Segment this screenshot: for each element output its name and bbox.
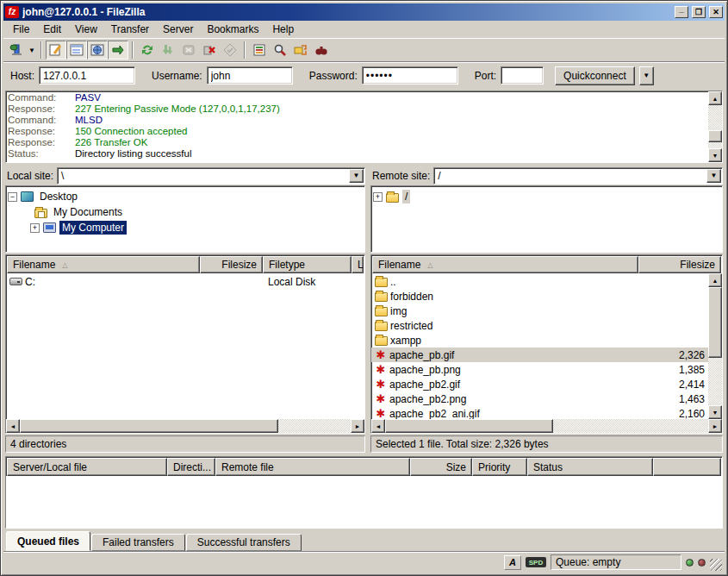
maximize-icon[interactable]: [692, 6, 706, 18]
remote-site-combo[interactable]: /: [433, 167, 723, 185]
remote-file-list: Filename Filesize .. forbidden: [370, 254, 723, 434]
local-column-filetype[interactable]: Filetype: [263, 256, 352, 273]
tab-queued-files[interactable]: Queued files: [6, 531, 90, 551]
disconnect-icon[interactable]: [199, 41, 220, 59]
local-column-last-modified[interactable]: L: [352, 256, 364, 273]
process-queue-icon[interactable]: [158, 41, 178, 59]
password-label: Password:: [309, 70, 358, 82]
queue-column-size[interactable]: Size: [410, 458, 472, 476]
toggle-remote-tree-icon[interactable]: [87, 41, 108, 59]
password-input[interactable]: [362, 66, 458, 85]
cancel-operation-icon[interactable]: [178, 41, 199, 59]
tree-item-root[interactable]: /: [373, 189, 720, 204]
status-bar: A SPD Queue: empty: [3, 551, 725, 573]
remote-file-row[interactable]: ..: [371, 274, 708, 289]
local-site-combo[interactable]: \: [57, 167, 365, 185]
queue-column-direction[interactable]: Directi...: [167, 458, 215, 476]
local-horizontal-scrollbar[interactable]: [6, 419, 364, 433]
expand-icon[interactable]: [30, 223, 40, 233]
scroll-down-icon[interactable]: [708, 405, 722, 419]
local-file-row[interactable]: C: Local Disk: [6, 274, 364, 289]
remote-file-row[interactable]: xampp: [371, 333, 708, 347]
menu-server[interactable]: Server: [156, 22, 200, 37]
my-computer-icon: [43, 222, 56, 233]
minimize-icon[interactable]: [675, 6, 688, 18]
remote-file-row[interactable]: restricted: [371, 318, 708, 333]
menu-help[interactable]: Help: [265, 22, 301, 37]
remote-file-row[interactable]: forbidden: [371, 289, 708, 304]
expand-icon[interactable]: [373, 192, 383, 202]
scrollbar-thumb[interactable]: [708, 130, 722, 142]
file-search-icon[interactable]: [270, 41, 290, 59]
filter-icon[interactable]: [249, 41, 270, 59]
scroll-down-icon[interactable]: [708, 148, 722, 162]
remote-tree: /: [370, 185, 723, 253]
scroll-left-icon[interactable]: [6, 419, 20, 433]
username-input[interactable]: [207, 66, 293, 85]
transfer-type-icon[interactable]: A: [504, 555, 521, 570]
window-title: john@127.0.0.1 - FileZilla: [22, 6, 671, 18]
scroll-up-icon[interactable]: [708, 273, 722, 287]
quickconnect-button[interactable]: Quickconnect: [555, 66, 635, 85]
queue-column-remote-file[interactable]: Remote file: [215, 458, 410, 476]
toggle-message-log-icon[interactable]: [46, 41, 66, 59]
close-icon[interactable]: [709, 6, 723, 18]
speed-limit-icon[interactable]: SPD: [526, 557, 546, 567]
log-vertical-scrollbar[interactable]: [708, 91, 722, 162]
image-file-icon: [375, 408, 387, 419]
scroll-right-icon[interactable]: [351, 419, 364, 433]
queue-body[interactable]: [6, 476, 722, 528]
queue-tabs: Queued files Failed transfers Successful…: [3, 530, 725, 551]
queue-column-server-local-file[interactable]: Server/Local file: [7, 458, 167, 476]
local-column-filename[interactable]: Filename: [7, 256, 200, 273]
synchronized-browsing-icon[interactable]: [311, 41, 332, 59]
toggle-transfer-queue-icon[interactable]: [108, 41, 128, 59]
main-panes: Local site: \ Desktop My Documents: [5, 166, 723, 453]
quickconnect-dropdown-icon[interactable]: [639, 66, 654, 85]
remote-file-row[interactable]: apache_pb2_ani.gif 2,160: [371, 406, 708, 419]
username-label: Username:: [152, 70, 202, 82]
remote-vertical-scrollbar[interactable]: [708, 273, 722, 419]
abort-icon[interactable]: [220, 41, 240, 59]
host-input[interactable]: [39, 66, 135, 85]
local-column-filesize[interactable]: Filesize: [200, 256, 263, 273]
title-bar[interactable]: john@127.0.0.1 - FileZilla: [3, 3, 725, 21]
chevron-down-icon[interactable]: [349, 169, 364, 183]
chevron-down-icon[interactable]: [706, 169, 721, 183]
menu-bookmarks[interactable]: Bookmarks: [200, 22, 265, 37]
remote-file-row[interactable]: apache_pb2.png 1,463: [371, 391, 708, 406]
port-input[interactable]: [501, 66, 544, 85]
menu-edit[interactable]: Edit: [36, 22, 68, 37]
remote-file-row[interactable]: apache_pb2.gif 2,414: [371, 377, 708, 391]
tab-successful-transfers[interactable]: Successful transfers: [186, 534, 302, 551]
queue-column-priority[interactable]: Priority: [472, 458, 527, 476]
site-manager-dropdown-icon[interactable]: [27, 41, 37, 59]
remote-horizontal-scrollbar[interactable]: [371, 419, 722, 433]
scrollbar-thumb[interactable]: [708, 287, 722, 358]
scrollbar-thumb[interactable]: [20, 419, 278, 433]
menu-file[interactable]: File: [6, 22, 36, 37]
menu-transfer[interactable]: Transfer: [104, 22, 156, 37]
scroll-right-icon[interactable]: [708, 419, 722, 433]
tab-failed-transfers[interactable]: Failed transfers: [91, 534, 185, 551]
scrollbar-thumb[interactable]: [385, 419, 553, 433]
remote-file-row[interactable]: apache_pb.png 1,385: [371, 362, 708, 377]
remote-file-row[interactable]: img: [371, 304, 708, 318]
site-manager-icon[interactable]: [6, 41, 27, 59]
collapse-icon[interactable]: [8, 192, 17, 202]
resize-grip[interactable]: [710, 559, 722, 571]
toggle-local-tree-icon[interactable]: [66, 41, 87, 59]
refresh-icon[interactable]: [137, 41, 158, 59]
remote-column-filename[interactable]: Filename: [372, 256, 638, 273]
tree-item-my-documents[interactable]: My Documents: [8, 204, 363, 220]
remote-column-filesize[interactable]: Filesize: [638, 256, 721, 273]
tree-item-my-computer[interactable]: My Computer: [8, 220, 363, 235]
folder-icon: [375, 322, 388, 331]
remote-file-row-selected[interactable]: apache_pb.gif 2,326: [371, 347, 708, 362]
menu-view[interactable]: View: [68, 22, 104, 37]
queue-column-status[interactable]: Status: [527, 458, 653, 476]
scroll-up-icon[interactable]: [708, 91, 722, 105]
scroll-left-icon[interactable]: [371, 419, 385, 433]
tree-item-desktop[interactable]: Desktop: [8, 189, 363, 204]
directory-comparison-icon[interactable]: [290, 41, 311, 59]
